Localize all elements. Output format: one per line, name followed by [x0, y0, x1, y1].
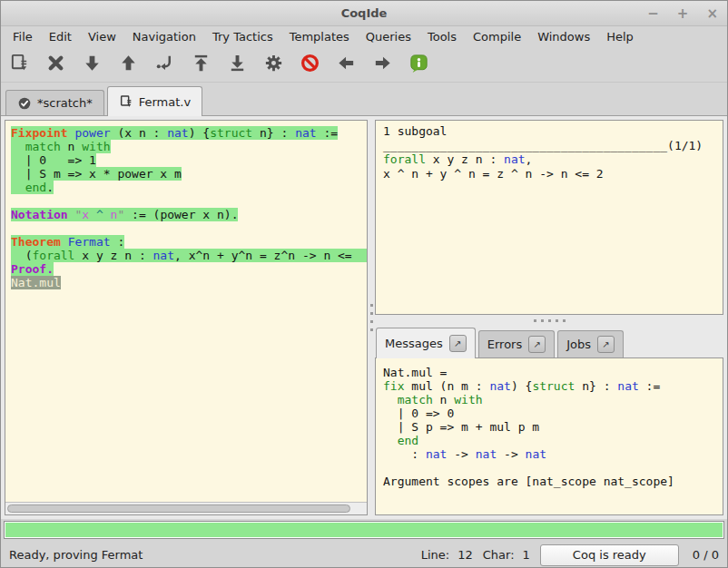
- detach-icon[interactable]: ↗: [449, 335, 467, 352]
- code-line: [11, 194, 367, 208]
- goals-view: 1 subgoal_______________________________…: [383, 124, 723, 181]
- tab-jobs[interactable]: Jobs↗: [557, 330, 624, 357]
- code-line: | 0 => 1: [11, 153, 367, 167]
- code-line: forall x y z n : nat,: [383, 152, 723, 167]
- script-editor[interactable]: Fixpoint power (x n : nat) {struct n} : …: [5, 121, 367, 502]
- arrow-left-icon: [336, 53, 357, 76]
- code-line: ________________________________________…: [383, 139, 723, 153]
- interrupt-button[interactable]: [297, 52, 322, 77]
- goals-pane[interactable]: 1 subgoal_______________________________…: [375, 120, 723, 315]
- code-line: | 0 => 0: [383, 406, 723, 420]
- close-doc-button[interactable]: [43, 52, 68, 77]
- code-line: Argument scopes are [nat_scope nat_scope…: [383, 475, 723, 488]
- char-value: 1: [523, 548, 530, 562]
- menu-help[interactable]: Help: [598, 28, 642, 45]
- code-line: match n with: [383, 393, 723, 406]
- tab-messages[interactable]: Messages↗: [376, 328, 476, 358]
- code-line: x ^ n + y ^ n = z ^ n -> n <= 2: [383, 167, 723, 181]
- line-value: 12: [457, 548, 473, 562]
- step-up-button[interactable]: [115, 52, 141, 77]
- go-to-start-button[interactable]: [188, 52, 213, 77]
- status-message: Ready, proving Fermat: [9, 548, 421, 562]
- line-label: Line:: [421, 548, 449, 562]
- horizontal-splitter[interactable]: [375, 317, 723, 324]
- check-circle-icon: [17, 96, 32, 111]
- menu-compile[interactable]: Compile: [465, 28, 529, 45]
- close-x-icon: [45, 53, 66, 76]
- vertical-splitter[interactable]: [368, 116, 375, 519]
- code-line: [383, 461, 723, 475]
- code-line: end: [383, 434, 723, 447]
- code-line: end.: [11, 181, 367, 194]
- tab-label: Jobs: [566, 338, 591, 351]
- arrow-down-icon: [82, 53, 103, 76]
- tab-scratch[interactable]: *scratch*: [5, 90, 104, 115]
- messages-pane[interactable]: Nat.mul =fix mul (n m : nat) {struct n} …: [375, 357, 723, 515]
- maximize-button[interactable]: +: [677, 7, 689, 21]
- horizontal-scrollbar[interactable]: [5, 502, 367, 514]
- window-title: CoqIde: [341, 6, 388, 20]
- arrow-to-bottom-icon: [227, 53, 248, 76]
- progress-bar: [4, 521, 724, 539]
- editor-tabbar: *scratch* Fermat.v: [1, 84, 727, 115]
- tab-label: Errors: [487, 338, 522, 351]
- detach-icon[interactable]: ↗: [528, 336, 546, 353]
- code-line: 1 subgoal: [383, 124, 723, 139]
- code-line: Theorem Fermat :: [11, 235, 367, 249]
- status-right-group: Line: 12 Char: 1 Coq is ready 0 / 0: [421, 544, 719, 566]
- no-entry-icon: [300, 53, 320, 76]
- preferences-button[interactable]: [261, 52, 286, 77]
- code-line: Nat.mul: [11, 276, 367, 289]
- go-to-end-button[interactable]: [224, 52, 250, 77]
- step-down-button[interactable]: [79, 52, 104, 77]
- tab-label: Messages: [385, 337, 443, 350]
- scrollbar-thumb[interactable]: [7, 504, 350, 513]
- code-line: Notation "x ^ n" := (power x n).: [11, 208, 367, 221]
- message-tabbar: Messages↗Errors↗Jobs↗: [375, 325, 723, 357]
- code-line: : nat -> nat -> nat: [383, 447, 723, 461]
- menu-file[interactable]: File: [5, 28, 41, 45]
- code-line: | S p => m + mul p m: [383, 420, 723, 434]
- coqide-window: CoqIde − + × FileEditViewNavigationTry T…: [0, 0, 728, 568]
- menu-navigation[interactable]: Navigation: [124, 28, 204, 45]
- minimize-button[interactable]: −: [647, 7, 659, 21]
- save-button[interactable]: [6, 52, 32, 77]
- save-page-icon: [9, 53, 30, 76]
- menu-edit[interactable]: Edit: [41, 28, 80, 45]
- menu-view[interactable]: View: [80, 28, 124, 45]
- tab-errors[interactable]: Errors↗: [478, 330, 555, 357]
- menubar: FileEditViewNavigationTry TacticsTemplat…: [1, 26, 727, 46]
- code-line: Proof.: [11, 262, 367, 276]
- menu-windows[interactable]: Windows: [529, 28, 598, 45]
- messages-view: Nat.mul =fix mul (n m : nat) {struct n} …: [383, 366, 723, 488]
- close-button[interactable]: ×: [706, 7, 718, 21]
- go-to-cursor-icon: [154, 53, 175, 76]
- code-line: Nat.mul =: [383, 366, 723, 379]
- menu-templates[interactable]: Templates: [281, 28, 358, 45]
- arrow-right-icon: [372, 53, 393, 76]
- menu-tools[interactable]: Tools: [419, 28, 465, 45]
- about-button[interactable]: [406, 52, 431, 77]
- detach-icon[interactable]: ↗: [597, 336, 615, 353]
- forward-button[interactable]: [369, 52, 395, 77]
- char-label: Char:: [483, 548, 515, 562]
- menu-try-tactics[interactable]: Try Tactics: [204, 28, 281, 45]
- back-button[interactable]: [333, 52, 359, 77]
- go-to-cursor-button[interactable]: [152, 52, 177, 77]
- code-line: match n with: [11, 140, 367, 153]
- code-line: fix mul (n m : nat) {struct n} : nat :=: [383, 379, 723, 393]
- code-line: (forall x y z n : nat, x^n + y^n = z^n -…: [11, 249, 367, 262]
- arrow-up-icon: [118, 53, 139, 76]
- jobs-counter: 0 / 0: [693, 548, 719, 562]
- titlebar[interactable]: CoqIde − + ×: [1, 1, 727, 26]
- save-page-icon: [119, 94, 133, 109]
- info-bubble-icon: [408, 53, 429, 76]
- tab-label: Fermat.v: [139, 95, 191, 109]
- code-line: Fixpoint power (x n : nat) {struct n} : …: [11, 126, 367, 140]
- menu-queries[interactable]: Queries: [358, 28, 419, 45]
- coq-status-button[interactable]: Coq is ready: [540, 544, 679, 566]
- script-pane[interactable]: Fixpoint power (x n : nat) {struct n} : …: [5, 120, 368, 515]
- tab-label: *scratch*: [37, 96, 93, 110]
- code-line: [11, 221, 367, 235]
- tab-fermat[interactable]: Fermat.v: [107, 86, 202, 116]
